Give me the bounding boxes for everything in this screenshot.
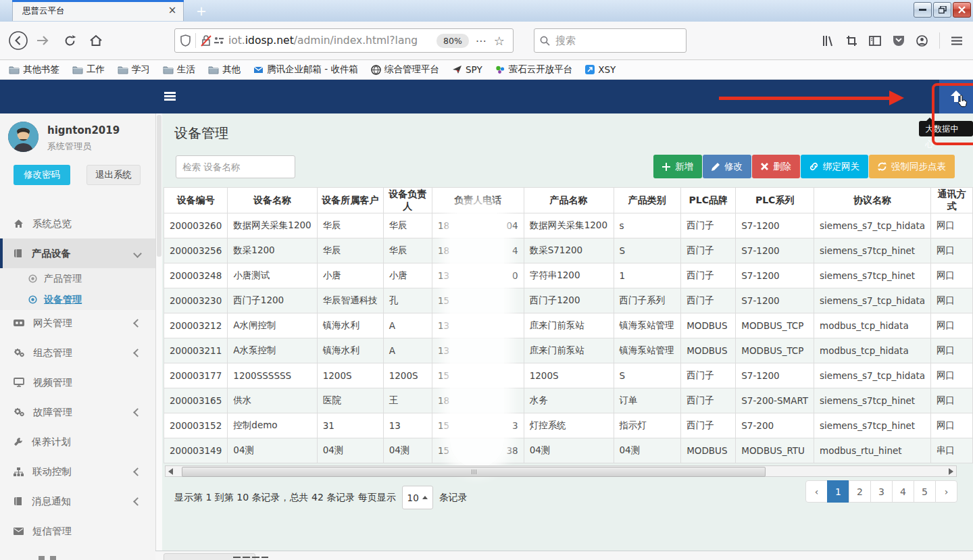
url-bar[interactable]: iot.idosp.net/admin/index.html?lang 80% … bbox=[174, 28, 514, 53]
sidebar-item-消息通知[interactable]: 消息通知 bbox=[0, 486, 155, 516]
logout-button[interactable]: 退出系统 bbox=[86, 165, 141, 185]
sidebar-item-保养计划[interactable]: 保养计划 bbox=[0, 427, 155, 457]
bookmark-item[interactable]: 学习 bbox=[118, 63, 150, 76]
change-password-button[interactable]: 修改密码 bbox=[14, 165, 70, 185]
reload-icon[interactable] bbox=[55, 34, 84, 47]
table-row[interactable]: 2000031771200SSSSSS1200S1200S151200SS西门子… bbox=[164, 363, 973, 388]
browser-tab[interactable]: 思普云平台 × bbox=[12, 0, 184, 21]
修改-button[interactable]: 修改 bbox=[703, 155, 751, 178]
table-row[interactable]: 200003248小唐测试小唐小唐130字符串12001西门子S7-1200si… bbox=[164, 263, 973, 288]
table-row[interactable]: 200003165供水医院王18水务订单西门子S7-200-SMARTsieme… bbox=[164, 388, 973, 413]
insecure-lock-icon[interactable] bbox=[201, 34, 211, 47]
table-row[interactable]: 200003152控制demo3113153灯控系统指示灯西门子S7-200si… bbox=[164, 413, 973, 438]
page-prev-button[interactable]: ‹ bbox=[805, 480, 828, 503]
home-icon[interactable] bbox=[84, 34, 108, 47]
page-actions-icon[interactable]: ⋯ bbox=[476, 34, 487, 47]
table-cell: 网口 bbox=[931, 213, 973, 238]
bookmark-item[interactable]: 生活 bbox=[163, 63, 195, 76]
table-row[interactable]: 20000314904测04测04测153804测04测MODBUSMODBUS… bbox=[164, 438, 973, 463]
column-header[interactable]: 设备编号 bbox=[164, 188, 228, 213]
permissions-icon[interactable] bbox=[214, 36, 224, 45]
page-button-3[interactable]: 3 bbox=[870, 480, 893, 503]
bookmark-label: 其他书签 bbox=[23, 63, 59, 76]
绑定网关-button[interactable]: 绑定网关 bbox=[801, 155, 868, 178]
column-header[interactable]: 设备所属客户 bbox=[317, 188, 383, 213]
bookmark-item[interactable]: 腾讯企业邮箱 - 收件箱 bbox=[253, 63, 358, 76]
sidebar-item-组态管理[interactable]: 组态管理 bbox=[0, 338, 155, 367]
table-cell: 西门子 bbox=[681, 238, 736, 263]
bookmark-item[interactable]: XSY bbox=[585, 64, 616, 75]
bookmark-item[interactable]: 萤石云开放平台 bbox=[495, 63, 573, 76]
sidebar-subitem-设备管理[interactable]: 设备管理 bbox=[0, 289, 155, 310]
minimize-button[interactable] bbox=[914, 2, 932, 18]
page-size-dropdown[interactable]: 10 bbox=[402, 486, 433, 509]
phone-fragment-left: 15 bbox=[438, 295, 449, 306]
table-cell: 网口 bbox=[931, 363, 973, 388]
table-cell: 华辰 bbox=[317, 213, 383, 238]
bookmark-item[interactable]: SPY bbox=[452, 64, 482, 75]
sidebar-item-视频管理[interactable]: 视频管理 bbox=[0, 367, 155, 397]
table-row[interactable]: 200003230西门子1200华辰智通科技孔15西门子1200西门子系列西门子… bbox=[164, 288, 973, 313]
page-next-button[interactable]: › bbox=[935, 480, 957, 503]
pocket-icon[interactable] bbox=[893, 35, 905, 46]
page-button-2[interactable]: 2 bbox=[849, 480, 871, 503]
table-row[interactable]: 200003211A水泵控制镇海水利A13庶来门前泵站镇海泵站管理MODBUSM… bbox=[164, 338, 973, 363]
sidebar-subitem-产品管理[interactable]: 产品管理 bbox=[0, 268, 155, 289]
table-cell: 订单 bbox=[614, 388, 681, 413]
column-header[interactable]: 设备名称 bbox=[228, 188, 317, 213]
page-button-4[interactable]: 4 bbox=[892, 480, 914, 503]
page-button-5[interactable]: 5 bbox=[914, 480, 936, 503]
restore-button[interactable] bbox=[933, 2, 951, 18]
sidebar-item-联动控制[interactable]: 联动控制 bbox=[0, 457, 155, 486]
forward-icon[interactable] bbox=[30, 35, 55, 46]
sidebar-collapse-icon[interactable] bbox=[164, 92, 176, 101]
scroll-right-arrow[interactable] bbox=[949, 468, 953, 475]
column-header[interactable]: 设备负责人 bbox=[383, 188, 432, 213]
table-row[interactable]: 200003256数采1200华辰华辰184数采S71200S西门子S7-120… bbox=[164, 238, 973, 263]
shield-icon[interactable] bbox=[180, 34, 191, 47]
sidebar-item-网关管理[interactable]: 网关管理 bbox=[0, 308, 155, 338]
account-icon[interactable] bbox=[916, 35, 928, 47]
browser-search-box[interactable]: 搜索 bbox=[534, 28, 687, 53]
column-header[interactable]: 通讯方式 bbox=[931, 188, 973, 213]
bookmark-item[interactable]: 其他 bbox=[208, 63, 241, 76]
sidebar-item-故障管理[interactable]: 故障管理 bbox=[0, 397, 155, 427]
library-icon[interactable] bbox=[822, 35, 834, 47]
table-row[interactable]: 200003212A水闸控制镇海水利A13庶来门前泵站镇海泵站管理MODBUSM… bbox=[164, 313, 973, 338]
column-header[interactable]: 协议名称 bbox=[814, 188, 931, 213]
avatar[interactable] bbox=[8, 122, 39, 152]
bookmark-item[interactable]: 综合管理平台 bbox=[371, 63, 439, 76]
new-tab-button[interactable]: + bbox=[192, 3, 211, 19]
column-header[interactable]: 产品类别 bbox=[614, 188, 681, 213]
删除-button[interactable]: 删除 bbox=[752, 155, 800, 178]
page-button-1[interactable]: 1 bbox=[827, 480, 849, 503]
sidebar-scrollbar[interactable] bbox=[155, 113, 162, 560]
table-row[interactable]: 200003260数据网关采集1200华辰华辰1804数据网关采集1200s西门… bbox=[164, 213, 973, 238]
scrollbar-thumb[interactable] bbox=[182, 467, 766, 477]
menu-icon[interactable] bbox=[951, 36, 962, 45]
screenshot-icon[interactable] bbox=[846, 35, 857, 47]
sidebar-item-系统总览[interactable]: 系统总览 bbox=[0, 209, 155, 238]
device-search-input[interactable] bbox=[176, 155, 295, 178]
column-header[interactable]: 产品名称 bbox=[524, 188, 614, 213]
sitemap-icon bbox=[14, 467, 24, 476]
table-cell: 西门子1200 bbox=[228, 288, 317, 313]
强制同步点表-button[interactable]: 强制同步点表 bbox=[869, 155, 955, 178]
bookmark-item[interactable]: 其他书签 bbox=[9, 63, 59, 76]
bookmark-star-icon[interactable]: ☆ bbox=[494, 34, 505, 48]
tab-close-icon[interactable]: × bbox=[166, 3, 179, 17]
scroll-left-arrow[interactable] bbox=[168, 468, 173, 475]
bookmark-item[interactable]: 工作 bbox=[72, 63, 105, 76]
table-cell: MODBUS bbox=[681, 438, 736, 463]
sidebar-item-短信管理[interactable]: 短信管理 bbox=[0, 516, 155, 546]
horizontal-scrollbar[interactable] bbox=[165, 465, 957, 477]
sidebar-toggle-icon[interactable] bbox=[869, 36, 881, 46]
table-cell: siemens_s7tcp_hinet bbox=[814, 238, 931, 263]
新增-button[interactable]: 新增 bbox=[653, 155, 702, 178]
close-button[interactable] bbox=[953, 2, 971, 18]
back-icon[interactable] bbox=[7, 30, 30, 51]
column-header[interactable]: PLC品牌 bbox=[681, 188, 736, 213]
column-header[interactable]: PLC系列 bbox=[736, 188, 814, 213]
sidebar-item-产品设备[interactable]: 产品设备 bbox=[0, 238, 155, 268]
zoom-level-badge[interactable]: 80% bbox=[436, 34, 469, 48]
